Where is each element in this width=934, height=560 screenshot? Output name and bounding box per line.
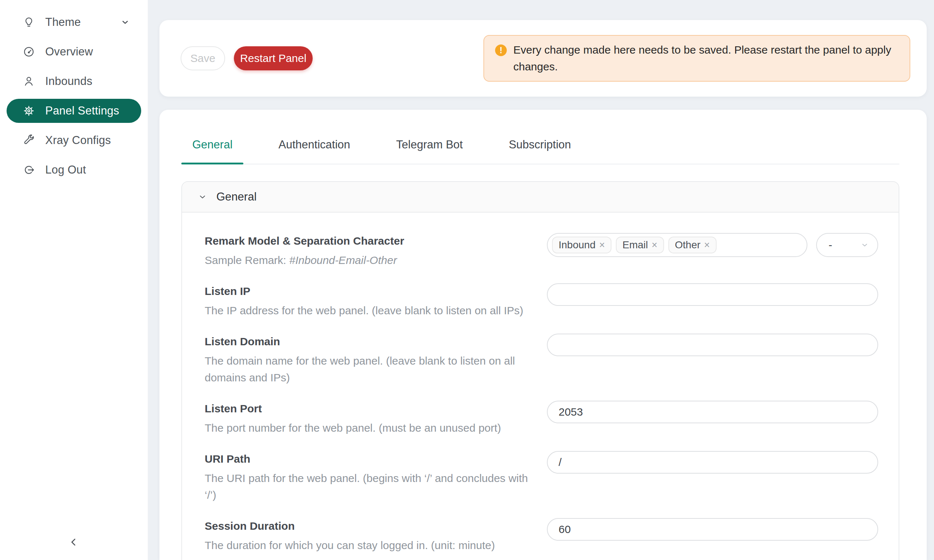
general-collapse-header[interactable]: General	[182, 182, 899, 212]
tag-other: Other ×	[668, 237, 717, 253]
general-form: Remark Model & Separation Character Samp…	[182, 212, 899, 560]
sidebar: Theme Overview	[0, 0, 148, 560]
sidebar-item-inbounds[interactable]: Inbounds	[6, 69, 141, 93]
sidebar-item-label: Xray Configs	[45, 134, 111, 147]
tab-authentication[interactable]: Authentication	[267, 138, 361, 164]
sidebar-collapse-button[interactable]	[64, 534, 83, 551]
sidebar-item-theme[interactable]: Theme	[6, 10, 141, 34]
general-collapse-panel: General Remark Model & Separation Charac…	[181, 181, 899, 560]
tag-email: Email ×	[616, 237, 664, 253]
field-description: The port number for the web panel. (must…	[205, 420, 530, 436]
alert-message: Every change made here needs to be saved…	[513, 42, 893, 75]
gear-icon	[23, 105, 35, 117]
logout-icon	[23, 164, 35, 176]
dashboard-icon	[23, 46, 35, 58]
field-label: Session Duration	[205, 518, 530, 534]
settings-tabs: General Authentication Telegram Bot Subs…	[181, 110, 899, 165]
section-title: General	[216, 190, 256, 203]
sidebar-item-label: Panel Settings	[45, 104, 119, 117]
uri-path-input[interactable]	[547, 451, 878, 474]
toolbar-card: Save Restart Panel ! Every change made h…	[159, 20, 927, 97]
listen-domain-input[interactable]	[547, 334, 878, 356]
tag-remove-icon[interactable]: ×	[648, 240, 661, 250]
tag-remove-icon[interactable]: ×	[595, 240, 609, 250]
warning-icon: !	[495, 45, 507, 56]
listen-ip-input[interactable]	[547, 283, 878, 306]
form-row-session-duration: Session Duration The duration for which …	[205, 518, 878, 554]
form-row-uri-path: URI Path The URI path for the web panel.…	[205, 451, 878, 503]
sidebar-item-xray-configs[interactable]: Xray Configs	[6, 128, 141, 152]
separator-select[interactable]: -	[816, 233, 878, 257]
sample-remark-value: #Inbound-Email-Other	[289, 254, 397, 266]
tag-inbound: Inbound ×	[552, 237, 612, 253]
main-content: Save Restart Panel ! Every change made h…	[148, 0, 934, 560]
tab-subscription[interactable]: Subscription	[498, 138, 582, 164]
form-row-remark-model: Remark Model & Separation Character Samp…	[205, 233, 878, 269]
session-duration-input[interactable]	[547, 518, 878, 541]
field-description: The domain name for the web panel. (leav…	[205, 352, 530, 386]
field-description: Sample Remark: #Inbound-Email-Other	[205, 252, 530, 269]
field-label: Remark Model & Separation Character	[205, 233, 530, 249]
restart-warning-alert: ! Every change made here needs to be sav…	[483, 35, 910, 82]
tab-telegram-bot[interactable]: Telegram Bot	[385, 138, 474, 164]
field-description: The duration for which you can stay logg…	[205, 537, 530, 554]
chevron-down-icon	[861, 241, 869, 249]
field-label: Listen Domain	[205, 334, 530, 350]
sidebar-item-label: Theme	[45, 16, 81, 29]
sidebar-item-label: Overview	[45, 45, 93, 58]
chevron-left-icon	[68, 537, 79, 548]
listen-port-input[interactable]	[547, 401, 878, 423]
app-root: Theme Overview	[0, 0, 934, 560]
save-button[interactable]: Save	[180, 46, 225, 70]
tag-remove-icon[interactable]: ×	[701, 240, 714, 250]
separator-value: -	[829, 239, 832, 251]
form-row-listen-port: Listen Port The port number for the web …	[205, 401, 878, 436]
tab-general[interactable]: General	[181, 138, 244, 164]
form-row-listen-ip: Listen IP The IP address for the web pan…	[205, 283, 878, 319]
user-icon	[23, 75, 35, 88]
sidebar-item-log-out[interactable]: Log Out	[6, 158, 141, 182]
restart-panel-button[interactable]: Restart Panel	[234, 46, 313, 70]
field-label: Listen IP	[205, 283, 530, 299]
sidebar-item-label: Log Out	[45, 163, 86, 177]
sidebar-item-panel-settings[interactable]: Panel Settings	[6, 99, 141, 123]
wrench-icon	[23, 134, 35, 146]
sidebar-item-label: Inbounds	[45, 75, 92, 88]
field-description: The URI path for the web panel. (begins …	[205, 470, 530, 503]
chevron-down-icon	[198, 192, 207, 201]
sidebar-item-overview[interactable]: Overview	[6, 40, 141, 64]
remark-model-tags-input[interactable]: Inbound × Email × Other ×	[547, 233, 808, 257]
settings-card: General Authentication Telegram Bot Subs…	[159, 110, 927, 560]
bulb-icon	[23, 16, 35, 28]
field-label: Listen Port	[205, 401, 530, 417]
chevron-down-icon[interactable]	[121, 18, 129, 27]
field-description: The IP address for the web panel. (leave…	[205, 302, 530, 319]
field-label: URI Path	[205, 451, 530, 467]
form-row-listen-domain: Listen Domain The domain name for the we…	[205, 334, 878, 386]
